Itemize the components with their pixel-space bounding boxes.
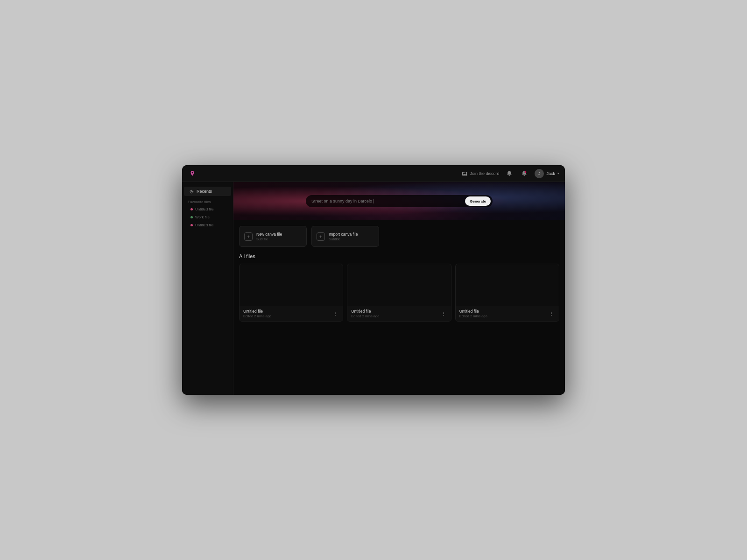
hero-search-bar: Generate <box>306 195 493 207</box>
import-file-text: Import canva file Subtitle <box>329 232 358 241</box>
sidebar-item-work[interactable]: Work file <box>184 213 231 221</box>
user-avatar: J <box>535 169 544 178</box>
files-grid: Untitled file Edited 2 mins ago <box>239 264 559 322</box>
all-files-title: All files <box>239 253 559 259</box>
file-name-2: Untitled file <box>351 309 379 314</box>
dot-9 <box>551 315 552 316</box>
file-footer-2: Untitled file Edited 2 mins ago <box>347 306 451 321</box>
generate-button[interactable]: Generate <box>465 196 491 206</box>
dot-6 <box>443 315 444 316</box>
file-meta-3: Edited 2 mins ago <box>459 314 487 318</box>
file-card-3[interactable]: Untitled file Edited 2 mins ago <box>455 264 559 322</box>
file-name-1: Untitled file <box>243 309 271 314</box>
sidebar-item-untitled-1[interactable]: Untitled file <box>184 205 231 213</box>
file-name-3: Untitled file <box>459 309 487 314</box>
sidebar-file-label-3: Untitled file <box>195 223 214 227</box>
file-dot-pink <box>190 208 193 210</box>
file-info-1: Untitled file Edited 2 mins ago <box>243 309 271 318</box>
svg-point-1 <box>525 171 527 173</box>
file-thumbnail-3 <box>456 264 559 306</box>
import-file-icon: + <box>317 232 325 241</box>
action-cards: + New canva file Subtitle + Import canva… <box>233 220 565 247</box>
all-files-section: All files Untitled file Edited 2 mins ag… <box>233 247 565 327</box>
user-name: Jack <box>546 171 555 176</box>
file-thumbnail-1 <box>240 264 343 306</box>
discord-link[interactable]: Join the discord <box>462 171 499 176</box>
file-info-3: Untitled file Edited 2 mins ago <box>459 309 487 318</box>
file-menu-btn-2[interactable] <box>440 310 447 317</box>
hero-search-input[interactable] <box>311 199 461 203</box>
user-menu-chevron-icon: ▾ <box>557 172 559 175</box>
dot-5 <box>443 313 444 314</box>
topbar: Join the discord J Jack ▾ <box>182 165 565 182</box>
sidebar-item-recents[interactable]: Recents <box>184 187 231 196</box>
sidebar-file-label-2: Work file <box>195 215 210 219</box>
dot-4 <box>443 312 444 313</box>
app-logo <box>188 169 197 178</box>
import-file-card[interactable]: + Import canva file Subtitle <box>311 226 379 247</box>
file-menu-btn-3[interactable] <box>548 310 555 317</box>
svg-point-0 <box>192 172 193 173</box>
new-file-icon: + <box>244 232 253 241</box>
file-dot-pink-2 <box>190 224 193 226</box>
user-menu-button[interactable]: J Jack ▾ <box>535 169 559 178</box>
file-meta-2: Edited 2 mins ago <box>351 314 379 318</box>
file-card-2[interactable]: Untitled file Edited 2 mins ago <box>347 264 451 322</box>
file-card-1[interactable]: Untitled file Edited 2 mins ago <box>239 264 343 322</box>
app-window: Join the discord J Jack ▾ <box>182 165 565 395</box>
main-layout: Recents Favourite files Untitled file Wo… <box>182 182 565 395</box>
file-meta-1: Edited 2 mins ago <box>243 314 271 318</box>
recents-label: Recents <box>197 189 212 194</box>
new-file-card[interactable]: + New canva file Subtitle <box>239 226 307 247</box>
content-area: Generate + New canva file Subtitle + Imp… <box>233 182 565 395</box>
dot-2 <box>335 313 336 314</box>
file-footer-1: Untitled file Edited 2 mins ago <box>240 306 343 321</box>
sidebar-file-label-1: Untitled file <box>195 207 214 211</box>
favourites-section-label: Favourite files <box>182 196 233 205</box>
sidebar-item-untitled-2[interactable]: Untitled file <box>184 221 231 229</box>
hero-banner: Generate <box>233 182 565 220</box>
file-menu-btn-1[interactable] <box>331 310 339 317</box>
new-file-text: New canva file Subtitle <box>256 232 282 241</box>
file-dot-green <box>190 216 193 218</box>
dot-8 <box>551 313 552 314</box>
dot-1 <box>335 312 336 313</box>
file-thumbnail-2 <box>347 264 451 306</box>
new-file-subtitle: Subtitle <box>256 237 282 241</box>
file-info-2: Untitled file Edited 2 mins ago <box>351 309 379 318</box>
import-file-title: Import canva file <box>329 232 358 237</box>
import-file-subtitle: Subtitle <box>329 237 358 241</box>
dot-3 <box>335 315 336 316</box>
notification-bell-icon[interactable] <box>505 169 514 178</box>
dot-7 <box>551 312 552 313</box>
discord-label: Join the discord <box>470 171 499 176</box>
sidebar: Recents Favourite files Untitled file Wo… <box>182 182 233 395</box>
topbar-right: Join the discord J Jack ▾ <box>462 169 559 178</box>
file-footer-3: Untitled file Edited 2 mins ago <box>456 306 559 321</box>
new-file-title: New canva file <box>256 232 282 237</box>
notification-alert-icon[interactable] <box>520 169 529 178</box>
